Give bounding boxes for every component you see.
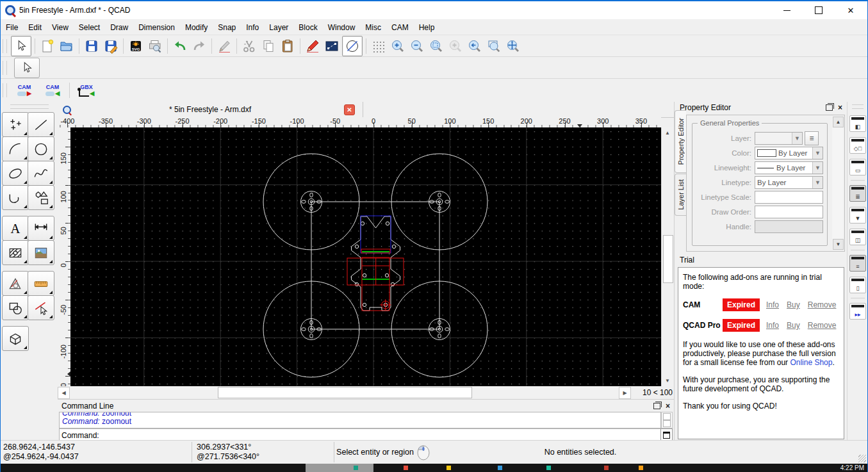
history-scrollbar[interactable] — [661, 412, 673, 428]
menu-select[interactable]: Select — [74, 21, 105, 34]
lineweight-combo[interactable]: By Layer▼ — [755, 161, 823, 174]
menu-draw[interactable]: Draw — [105, 21, 133, 34]
resize-grip[interactable] — [858, 455, 866, 462]
taskbar-clock[interactable]: 4:22 PM — [840, 464, 864, 471]
open-file-button[interactable] — [58, 37, 76, 55]
spline-tool-button[interactable] — [28, 161, 54, 186]
menu-layer[interactable]: Layer — [264, 21, 293, 34]
clipboard-dock-icon[interactable]: ▯ — [849, 277, 866, 293]
menu-modify[interactable]: Modify — [180, 21, 213, 34]
menu-info[interactable]: Info — [241, 21, 264, 34]
cam-export-button[interactable]: CAM ▶ — [12, 81, 37, 100]
tab-layer-list[interactable]: Layer List — [675, 174, 686, 216]
print-preview-button[interactable] — [146, 37, 164, 55]
scroll-up-arrow[interactable]: ▲ — [662, 127, 673, 138]
color-combo[interactable]: By Layer▼ — [755, 147, 823, 159]
zoom-selection-button[interactable] — [446, 37, 464, 55]
app-preferences-button[interactable] — [304, 37, 322, 55]
menu-misc[interactable]: Misc — [360, 21, 386, 34]
drawing-canvas[interactable] — [70, 127, 661, 386]
cam-import-button[interactable]: CAM ◀ — [40, 81, 65, 100]
ellipse-tool-button[interactable] — [2, 161, 29, 186]
float-dock-icon[interactable] — [653, 403, 660, 409]
online-shop-link[interactable]: Online Shop — [790, 358, 832, 367]
menu-view[interactable]: View — [47, 21, 74, 34]
menu-dimension[interactable]: Dimension — [133, 21, 180, 34]
draft-mode-button[interactable] — [342, 36, 363, 56]
close-dock-icon[interactable]: × — [838, 104, 842, 111]
linetype-combo[interactable]: By Layer▼ — [755, 176, 823, 189]
vertical-scroll-thumb[interactable] — [663, 235, 673, 283]
selection-filter-icon[interactable]: ▼ — [849, 207, 866, 224]
scroll-down-arrow[interactable]: ▼ — [662, 375, 673, 386]
line-tool-button[interactable] — [28, 112, 54, 137]
edit-pencil-button[interactable] — [215, 37, 233, 55]
modify-tool-button[interactable] — [2, 295, 29, 320]
arc-tool-button[interactable] — [2, 136, 29, 161]
draw-order-input[interactable] — [755, 206, 823, 218]
menu-file[interactable]: File — [1, 21, 23, 34]
float-dock-icon[interactable] — [826, 104, 833, 111]
command-history[interactable]: Command: zoomout Command: zoomout — [59, 412, 661, 428]
paste-button[interactable] — [279, 37, 297, 55]
close-dock-icon[interactable]: × — [666, 403, 670, 409]
buy-link[interactable]: Buy — [787, 300, 800, 309]
taskbar-app-icon[interactable] — [639, 466, 643, 470]
shape-tool-button[interactable] — [28, 185, 54, 210]
cut-button[interactable] — [240, 37, 258, 55]
hatch-tool-button[interactable] — [2, 240, 29, 265]
toolbar-drag-handle[interactable] — [3, 83, 7, 97]
solid-tool-button[interactable] — [2, 326, 29, 351]
zoom-out-button[interactable] — [408, 37, 426, 55]
minimize-button[interactable] — [780, 3, 794, 17]
scroll-down-arrow[interactable]: ▼ — [833, 239, 844, 250]
toolbar-drag-handle[interactable] — [3, 61, 7, 75]
windows-taskbar[interactable]: 4:22 PM — [0, 464, 868, 472]
layer-combo[interactable]: ▼ — [755, 132, 803, 145]
remove-link[interactable]: Remove — [808, 300, 837, 309]
menu-snap[interactable]: Snap — [213, 21, 241, 34]
menu-window[interactable]: Window — [323, 21, 361, 34]
auto-zoom-button[interactable] — [427, 37, 445, 55]
expand-docks-icon[interactable]: ▸▸ — [849, 303, 866, 320]
info-tools-button[interactable] — [2, 271, 29, 296]
point-tool-button[interactable] — [2, 112, 29, 137]
scroll-right-arrow[interactable]: ▶ — [619, 387, 631, 399]
copy-button[interactable] — [259, 37, 277, 55]
zoom-in-button[interactable] — [389, 37, 407, 55]
pointer-mode-button[interactable] — [14, 58, 40, 78]
pan-button[interactable] — [504, 37, 522, 55]
close-button[interactable]: ✕ — [844, 3, 858, 17]
menu-cam[interactable]: CAM — [386, 21, 414, 34]
taskbar-window-block[interactable] — [306, 464, 373, 472]
new-file-button[interactable] — [38, 37, 56, 55]
zoom-window-button[interactable] — [485, 37, 503, 55]
toolbar-drag-handle[interactable] — [3, 39, 7, 53]
taskbar-app-icon[interactable] — [546, 466, 551, 470]
menu-edit[interactable]: Edit — [23, 21, 47, 34]
layer-menu-button[interactable]: ≡ — [805, 131, 819, 145]
view-list-icon[interactable]: ▭ — [849, 159, 866, 175]
menu-block[interactable]: Block — [293, 21, 322, 34]
save-button[interactable] — [83, 37, 101, 55]
svg-export-button[interactable]: SVG — [127, 37, 145, 55]
info-link[interactable]: Info — [766, 321, 779, 330]
taskbar-app-icon[interactable] — [404, 466, 408, 470]
text-tool-button[interactable]: A — [2, 216, 29, 241]
linetype-scale-input[interactable] — [755, 191, 823, 204]
scroll-up-arrow[interactable]: ▲ — [833, 117, 844, 127]
layer-list-icon[interactable]: ≣ — [849, 185, 866, 202]
palette-drag-handle[interactable] — [10, 104, 49, 109]
buy-link[interactable]: Buy — [787, 321, 800, 330]
save-as-button[interactable] — [102, 37, 120, 55]
scroll-left-arrow[interactable]: ◀ — [58, 387, 70, 399]
block-list-icon[interactable]: ◇□ — [849, 137, 866, 154]
ruler-tool-button[interactable] — [28, 271, 54, 296]
horizontal-scroll-thumb[interactable] — [218, 387, 472, 398]
tab-close-button[interactable]: ✕ — [344, 104, 355, 115]
dimension-tool-button[interactable] — [28, 216, 54, 241]
taskbar-app-icon[interactable] — [446, 466, 451, 470]
document-tab[interactable]: * 5in Freestyle - Arm.dxf ✕ — [58, 102, 363, 117]
selection-pointer-button[interactable] — [11, 36, 31, 56]
property-editor-dock-icon[interactable]: ≡ — [849, 255, 866, 272]
